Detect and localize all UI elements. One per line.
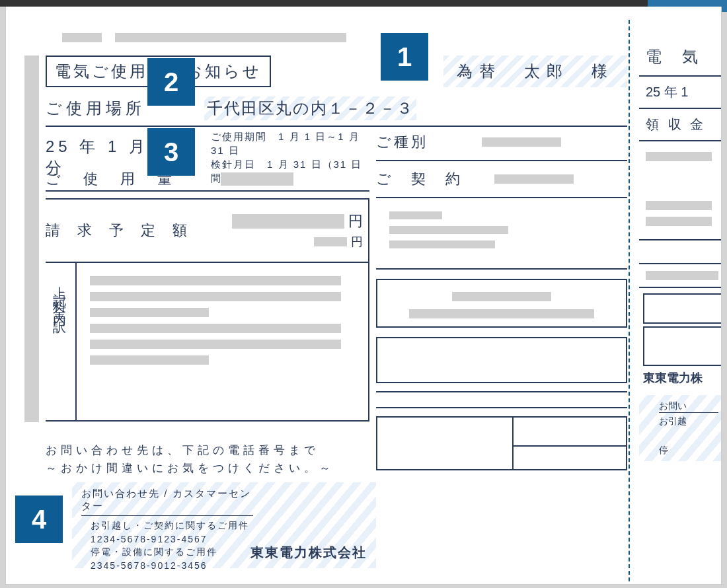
marker-3: 3 xyxy=(147,128,195,176)
left-margin-bar xyxy=(24,55,39,422)
perforated-line xyxy=(629,20,630,581)
placeholder xyxy=(115,33,346,42)
yen-unit: 円 xyxy=(351,234,363,250)
billing-label: 請 求 予 定 額 xyxy=(46,221,194,240)
location-row: ご使用場所 千代田区丸の内１－２－３ xyxy=(46,91,627,127)
move-label: お引越し・ご契約に関するご用件 xyxy=(91,520,367,532)
placeholder xyxy=(232,214,344,229)
type-row: ご種別 xyxy=(376,124,627,161)
billing-row: 請 求 予 定 額 円 円 xyxy=(46,200,369,263)
location-label: ご使用場所 xyxy=(46,98,165,119)
right-box-2 xyxy=(376,337,627,383)
marker-1: 1 xyxy=(381,33,428,81)
breakdown-box: 上記料金内訳 xyxy=(46,263,369,422)
stub-row2: 領 収 金 xyxy=(639,109,721,141)
customer-name: 為替 太郎 様 xyxy=(443,55,627,87)
contact-line2: ～おかけ間違いにお気をつけください。～ xyxy=(46,459,334,477)
right-box-3 xyxy=(376,416,627,470)
marker-4: 4 xyxy=(15,496,63,543)
placeholder xyxy=(494,174,574,184)
stub-company: 東東電力株 xyxy=(643,370,721,386)
marker-2: 2 xyxy=(147,58,195,106)
contact-box: お問い合わせ先 / カスタマーセンター お引越し・ご契約に関するご用件 1234… xyxy=(72,482,376,568)
stub-contact3: 停 xyxy=(659,445,721,457)
outage-tel: 2345-5678-9012-3456 xyxy=(91,560,367,571)
contract-row: ご 契 約 xyxy=(376,161,627,198)
stub-contact2: お引越 xyxy=(659,416,721,427)
document-page: 電気ご使用量のお知らせ 為替 太郎 様 ご使用場所 千代田区丸の内１－２－３ 2… xyxy=(5,7,722,585)
placeholder xyxy=(62,33,102,42)
right-mid-block xyxy=(376,198,627,270)
move-tel: 1234-5678-9123-4567 xyxy=(91,534,367,544)
contact-box-title: お問い合わせ先 / カスタマーセンター xyxy=(81,488,253,516)
usage-row: ご 使 用 量 xyxy=(46,160,369,200)
stub-row1: 25 年 1 xyxy=(639,75,721,109)
company-name: 東東電力株式会社 xyxy=(250,544,367,562)
placeholder xyxy=(221,172,293,186)
contract-label: ご 契 約 xyxy=(376,169,468,189)
right-box-1 xyxy=(376,279,627,328)
stub-contact1: お問い xyxy=(659,400,718,413)
type-label: ご種別 xyxy=(376,132,455,152)
yen-unit: 円 xyxy=(348,211,363,231)
breakdown-label: 上記料金内訳 xyxy=(46,263,77,420)
address-value: 千代田区丸の内１－２－３ xyxy=(204,96,416,120)
contact-text: お問い合わせ先は、下記の電話番号まで ～おかけ間違いにお気をつけください。～ xyxy=(46,441,334,477)
period-label: ご使用期間 xyxy=(211,131,267,142)
contact-line1: お問い合わせ先は、下記の電話番号まで xyxy=(46,441,334,459)
partial-stub: 電 気 25 年 1 領 収 金 東東電力株 お問い お引越 停 xyxy=(639,46,721,461)
placeholder xyxy=(482,137,561,147)
placeholder xyxy=(314,237,347,246)
stub-title: 電 気 xyxy=(646,46,721,67)
